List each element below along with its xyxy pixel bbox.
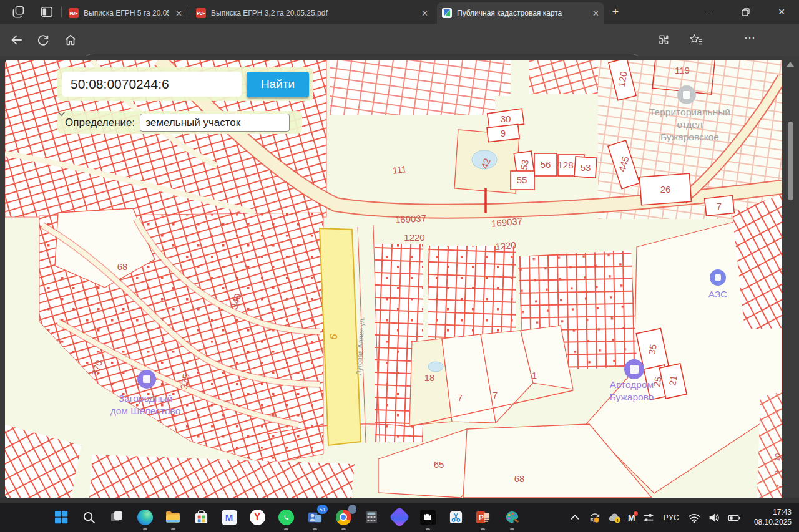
- chevron-down-icon: [57, 111, 66, 117]
- svg-text:P: P: [478, 513, 483, 522]
- volume-icon[interactable]: [707, 511, 721, 525]
- scroll-up-arrow-icon[interactable]: [787, 62, 794, 67]
- autodrome-buzharovo-label: АвтодромБужарово: [610, 379, 654, 404]
- cadastral-map-viewport[interactable]: 1113094253561285355445119120267169037169…: [5, 60, 782, 498]
- calculator-icon[interactable]: [363, 508, 380, 526]
- definition-value: земельный участок: [145, 117, 240, 129]
- clock-date: 08.10.2025: [754, 517, 792, 527]
- tab-divider: [61, 6, 62, 17]
- powerpoint-icon[interactable]: P: [474, 508, 491, 526]
- taskbar-search-icon[interactable]: [80, 508, 97, 526]
- definition-label: Определение:: [65, 117, 135, 129]
- window-minimize-button[interactable]: ─: [695, 0, 723, 24]
- svg-text:!: !: [617, 517, 619, 523]
- microsoft-365-icon[interactable]: [391, 508, 408, 526]
- wifi-icon[interactable]: [687, 511, 701, 525]
- cloud-warning-icon[interactable]: !: [608, 511, 622, 525]
- sync-icon[interactable]: [588, 511, 602, 525]
- tab-close-icon[interactable]: ✕: [169, 9, 182, 18]
- tab-title: Выписка ЕГРН 3,2 га 20.05.25.pdf: [211, 9, 328, 17]
- pdf-icon: PDF: [69, 8, 79, 18]
- workspaces-icon[interactable]: [12, 5, 26, 19]
- home-icon[interactable]: [64, 33, 77, 47]
- tab-title: Публичная кадастровая карта: [457, 9, 562, 17]
- country-house-shelestovo-icon[interactable]: [137, 370, 156, 389]
- tray-chevron-up-icon[interactable]: [568, 511, 582, 525]
- tab-cadastral-map[interactable]: Публичная кадастровая карта ✕: [437, 2, 604, 24]
- tab-pdf-1[interactable]: PDF Выписка ЕГРН 5 га 20.05.25.pdf ✕: [64, 2, 187, 24]
- settings-menu-icon[interactable]: ⋯: [744, 31, 758, 45]
- territorial-office-buzharovskoe-label: ТерриториальныйотделБужаровское: [649, 106, 730, 143]
- task-view-icon[interactable]: [108, 508, 125, 526]
- favorites-list-icon[interactable]: [689, 33, 703, 47]
- edge-browser-icon[interactable]: [136, 508, 154, 526]
- tab-close-icon[interactable]: ✕: [586, 9, 599, 18]
- tab-actions-icon[interactable]: [40, 5, 54, 19]
- start-button[interactable]: [52, 508, 70, 526]
- new-tab-button[interactable]: +: [602, 0, 629, 24]
- windows-taskbar: M Y 51: [0, 503, 799, 532]
- paint-icon[interactable]: [503, 508, 521, 526]
- max-messenger-icon[interactable]: M: [220, 508, 238, 526]
- cadastral-map-favicon: [442, 8, 452, 18]
- tab-bar: PDF Выписка ЕГРН 5 га 20.05.25.pdf ✕ PDF…: [0, 0, 799, 24]
- extensions-icon[interactable]: [657, 33, 670, 47]
- search-panel: Найти: [57, 67, 313, 101]
- maximize-icon: [742, 8, 750, 16]
- whatsapp-icon[interactable]: [277, 508, 295, 526]
- fist-app-icon[interactable]: [419, 508, 436, 526]
- tab-divider: [189, 6, 189, 17]
- refresh-icon[interactable]: [36, 33, 50, 47]
- territorial-office-buzharovskoe-icon[interactable]: [677, 85, 696, 104]
- tab-close-icon[interactable]: ✕: [415, 9, 428, 18]
- taskbar-clock[interactable]: 17:43 08.10.2025: [754, 507, 792, 527]
- microsoft-store-icon[interactable]: [192, 508, 210, 526]
- mail-badge: 51: [317, 505, 328, 514]
- snipping-tool-icon[interactable]: [447, 508, 464, 526]
- azs-gas-station-label: АЗС: [708, 288, 728, 301]
- autodrome-buzharovo-icon[interactable]: [624, 359, 644, 379]
- back-icon[interactable]: [10, 33, 24, 47]
- mixer-settings-icon[interactable]: [642, 511, 655, 525]
- tab-title: Выписка ЕГРН 5 га 20.05.25.pdf: [84, 9, 169, 17]
- browser-content-area: 1113094253561285355445119120267169037169…: [0, 56, 799, 498]
- chrome-notification-badge: [348, 505, 356, 514]
- navigation-toolbar: https://lk1map.roscadasters.com/map ⋯: [0, 24, 799, 56]
- file-explorer-icon[interactable]: [164, 508, 182, 526]
- window-bottom-edge: [0, 498, 799, 503]
- max-tray-icon[interactable]: M: [628, 513, 635, 523]
- tab-pdf-2[interactable]: PDF Выписка ЕГРН 3,2 га 20.05.25.pdf ✕: [191, 2, 433, 24]
- yandex-browser-icon[interactable]: Y: [248, 508, 266, 526]
- definition-panel: Определение: земельный участок: [57, 111, 302, 134]
- battery-icon[interactable]: [727, 511, 741, 525]
- search-button[interactable]: Найти: [247, 72, 309, 97]
- clock-time: 17:43: [754, 507, 792, 517]
- country-house-shelestovo-label: Загородныйдом Шелестово: [110, 392, 181, 417]
- language-indicator[interactable]: РУС: [664, 513, 680, 522]
- edge-browser-window: PDF Выписка ЕГРН 5 га 20.05.25.pdf ✕ PDF…: [0, 0, 799, 532]
- window-close-button[interactable]: ✕: [767, 0, 796, 24]
- window-maximize-button[interactable]: [731, 0, 760, 24]
- azs-gas-station-icon[interactable]: [710, 269, 726, 286]
- definition-select[interactable]: земельный участок: [140, 114, 290, 132]
- mail-outlook-icon[interactable]: 51: [306, 508, 323, 526]
- vertical-scrollbar[interactable]: [782, 56, 799, 498]
- system-tray: ! M РУС: [565, 503, 744, 532]
- cadastral-search-input[interactable]: [62, 72, 242, 97]
- pdf-icon: PDF: [196, 8, 206, 18]
- scrollbar-thumb[interactable]: [788, 122, 793, 200]
- chrome-icon[interactable]: [335, 508, 352, 526]
